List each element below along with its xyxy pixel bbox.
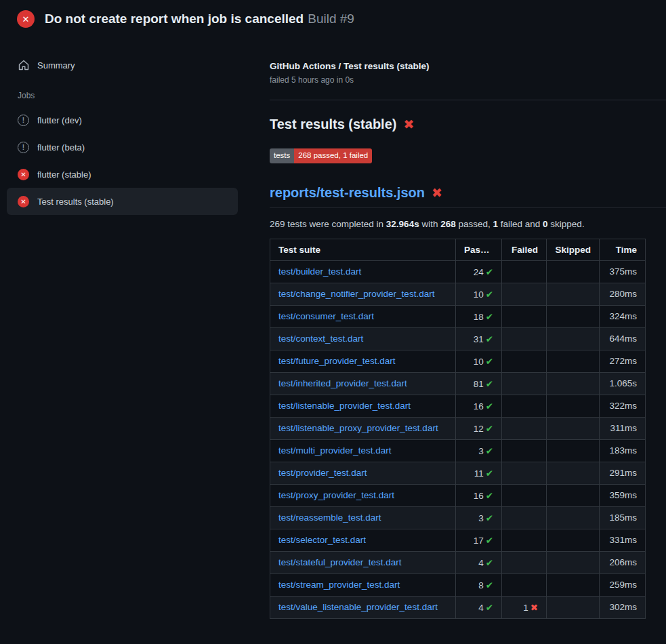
table-row: test/future_provider_test.dart10✔272ms — [270, 350, 646, 372]
test-suite-link[interactable]: test/stateful_provider_test.dart — [278, 557, 402, 567]
test-suite-link[interactable]: test/multi_provider_test.dart — [278, 445, 392, 456]
report-link[interactable]: reports/test-results.json — [270, 185, 425, 201]
main-panel: GitHub Actions / Test results (stable) f… — [270, 38, 666, 619]
passed-count: 8 — [478, 580, 484, 590]
check-icon: ✔ — [486, 513, 493, 523]
passed-count: 16 — [474, 401, 484, 411]
skipped-cell — [547, 596, 600, 618]
suite-cell: test/change_notifier_provider_test.dart — [270, 283, 456, 305]
sidebar-job-item[interactable]: ✕Test results (stable) — [7, 188, 238, 215]
failed-cell — [502, 395, 547, 417]
time-cell: 331ms — [600, 529, 646, 551]
check-icon: ✔ — [486, 491, 493, 501]
col-header-passed: Passed — [456, 239, 502, 260]
skipped-cell — [547, 439, 600, 462]
skipped-cell — [547, 260, 600, 283]
table-body: test/builder_test.dart24✔375mstest/chang… — [270, 260, 646, 618]
test-suite-link[interactable]: test/context_test.dart — [278, 334, 363, 344]
skipped-cell — [547, 350, 600, 372]
check-icon: ✔ — [486, 424, 493, 434]
failed-x-icon: ✖ — [403, 118, 414, 131]
sidebar: Summary Jobs !flutter (dev)!flutter (bet… — [0, 38, 270, 215]
sidebar-summary-label: Summary — [37, 60, 75, 71]
test-suite-link[interactable]: test/stream_provider_test.dart — [278, 580, 400, 590]
test-suite-link[interactable]: test/change_notifier_provider_test.dart — [278, 289, 434, 299]
job-label: Test results (stable) — [37, 197, 114, 207]
check-icon: ✔ — [486, 468, 493, 479]
passed-count: 3 — [478, 513, 484, 523]
skipped-count: 0 — [543, 219, 548, 229]
test-suite-link[interactable]: test/selector_test.dart — [278, 535, 366, 545]
test-suite-link[interactable]: test/future_provider_test.dart — [278, 356, 396, 366]
breadcrumb: GitHub Actions / Test results (stable) — [270, 61, 666, 71]
skipped-cell — [547, 506, 600, 529]
passed-cell: 31✔ — [456, 327, 502, 350]
failed-cell: 1✖ — [502, 596, 547, 618]
time-cell: 311ms — [600, 417, 646, 439]
test-suite-link[interactable]: test/inherited_provider_test.dart — [278, 378, 407, 388]
skipped-cell — [547, 372, 600, 395]
build-failed-icon: ✕ — [17, 10, 35, 28]
passed-count: 268 — [440, 219, 456, 229]
table-row: test/context_test.dart31✔644ms — [270, 327, 646, 350]
failed-cell — [502, 350, 547, 372]
test-suite-link[interactable]: test/listenable_proxy_provider_test.dart — [278, 423, 438, 433]
suite-cell: test/stream_provider_test.dart — [270, 573, 456, 596]
sidebar-job-item[interactable]: !flutter (beta) — [7, 134, 238, 161]
col-header-time: Time — [600, 239, 646, 260]
test-suite-link[interactable]: test/proxy_provider_test.dart — [278, 490, 394, 500]
passed-cell: 16✔ — [456, 395, 502, 417]
badge-label: tests — [270, 148, 294, 163]
table-row: test/reassemble_test.dart3✔185ms — [270, 506, 646, 529]
skipped-cell — [547, 417, 600, 439]
passed-cell: 10✔ — [456, 283, 502, 305]
failed-cell — [502, 462, 547, 484]
sidebar-item-summary[interactable]: Summary — [7, 52, 238, 79]
table-row: test/value_listenable_provider_test.dart… — [270, 596, 646, 618]
skipped-cell — [547, 305, 600, 327]
passed-count: 4 — [478, 558, 484, 568]
test-suite-link[interactable]: test/provider_test.dart — [278, 468, 367, 478]
failed-cell — [502, 551, 547, 573]
failed-x-icon: ✖ — [432, 186, 442, 199]
passed-cell: 12✔ — [456, 417, 502, 439]
failed-cell — [502, 417, 547, 439]
failed-cell — [502, 260, 547, 283]
test-suite-link[interactable]: test/consumer_test.dart — [278, 311, 374, 321]
suite-cell: test/reassemble_test.dart — [270, 506, 456, 529]
check-icon: ✔ — [486, 312, 493, 322]
check-icon: ✔ — [486, 580, 493, 590]
time-cell: 185ms — [600, 506, 646, 529]
time-cell: 291ms — [600, 462, 646, 484]
skipped-cell — [547, 573, 600, 596]
passed-cell: 4✔ — [456, 596, 502, 618]
time-cell: 302ms — [600, 596, 646, 618]
page-title: Do not create report when job is cancell… — [45, 12, 354, 26]
passed-count: 16 — [474, 491, 484, 501]
sidebar-job-item[interactable]: !flutter (dev) — [7, 106, 238, 134]
skipped-cell — [547, 462, 600, 484]
section-heading-text: Test results (stable) — [270, 117, 396, 132]
test-suite-link[interactable]: test/builder_test.dart — [278, 266, 361, 277]
skipped-cell — [547, 484, 600, 506]
check-icon: ✔ — [486, 289, 493, 300]
sidebar-job-item[interactable]: ✕flutter (stable) — [7, 161, 238, 188]
skipped-cell — [547, 529, 600, 551]
failed-count: 1 — [493, 219, 499, 229]
failed-count: 1 — [523, 603, 528, 613]
jobs-section-heading: Jobs — [7, 79, 238, 106]
test-suite-link[interactable]: test/reassemble_test.dart — [278, 512, 381, 523]
passed-count: 24 — [474, 267, 484, 277]
passed-count: 10 — [474, 289, 484, 300]
table-row: test/provider_test.dart11✔291ms — [270, 462, 646, 484]
suite-cell: test/provider_test.dart — [270, 462, 456, 484]
time-cell: 375ms — [600, 260, 646, 283]
test-suite-link[interactable]: test/value_listenable_provider_test.dart — [278, 602, 438, 612]
table-row: test/builder_test.dart24✔375ms — [270, 260, 646, 283]
time-cell: 644ms — [600, 327, 646, 350]
test-suite-link[interactable]: test/listenable_provider_test.dart — [278, 401, 411, 411]
table-row: test/stateful_provider_test.dart4✔206ms — [270, 551, 646, 573]
job-label: flutter (beta) — [37, 142, 85, 153]
table-row: test/multi_provider_test.dart3✔183ms — [270, 439, 646, 462]
results-table: Test suite Passed Failed Skipped Time te… — [270, 239, 646, 619]
